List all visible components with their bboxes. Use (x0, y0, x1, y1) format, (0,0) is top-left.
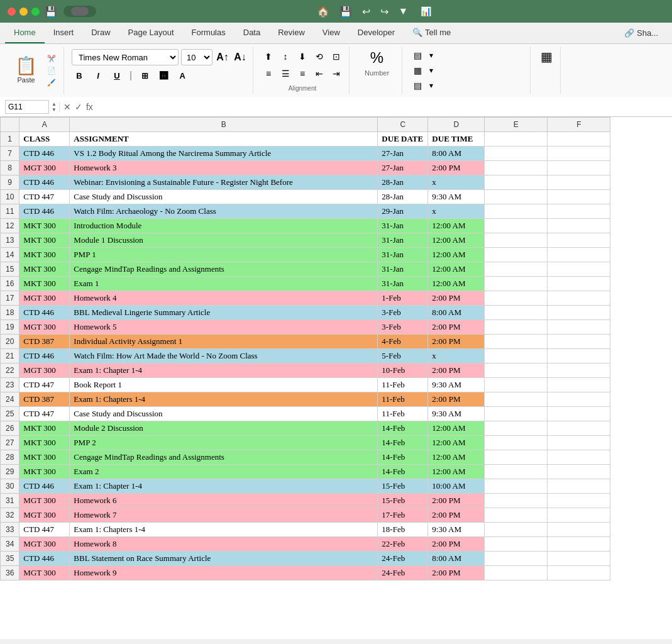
row-header[interactable]: 24 (1, 392, 19, 407)
cell-f[interactable] (548, 349, 610, 364)
cell-e[interactable] (485, 161, 548, 175)
format-painter-button[interactable]: 🖌️ (45, 77, 58, 88)
cell-f[interactable] (548, 364, 610, 378)
cell-due-time[interactable]: 9:30 AM (428, 407, 485, 421)
tab-view[interactable]: View (314, 23, 349, 43)
cell-assignment[interactable]: Homework 8 (70, 537, 378, 552)
bold-button[interactable]: B (72, 68, 87, 83)
cell-f[interactable] (548, 465, 610, 479)
row-header[interactable]: 8 (1, 161, 19, 175)
align-center-button[interactable]: ☰ (278, 66, 293, 81)
cell-due-time[interactable]: 12:00 AM (428, 248, 485, 262)
cell-e[interactable] (485, 219, 548, 233)
cell-assignment[interactable]: Exam 1 (70, 277, 378, 291)
tab-home[interactable]: Home (5, 23, 45, 43)
cell-class[interactable]: MKT 300 (19, 277, 70, 291)
cell-assignment[interactable]: Homework 7 (70, 508, 378, 523)
cell-assignment[interactable]: BBL Medieval Lingerie Summary Article (70, 306, 378, 320)
cell-class[interactable]: MKT 300 (19, 450, 70, 465)
cell-assignment[interactable]: Introduction Module (70, 219, 378, 233)
row-header[interactable]: 18 (1, 306, 19, 320)
cell-assignment[interactable]: Exam 1: Chapters 1-4 (70, 523, 378, 537)
cell-due-time[interactable]: 2:00 PM (428, 494, 485, 508)
cell-assignment[interactable]: Case Study and Discussion (70, 190, 378, 204)
cell-due-date[interactable]: 14-Feb (378, 421, 428, 436)
cell-due-time[interactable]: x (428, 349, 485, 364)
cell-class[interactable]: CTD 446 (19, 175, 70, 190)
redo-icon[interactable]: ↪ (380, 6, 388, 18)
cell-due-time[interactable]: 2:00 PM (428, 566, 485, 580)
cell-assignment[interactable]: PMP 2 (70, 436, 378, 450)
col-header-f[interactable]: F (548, 118, 610, 132)
autosave-badge[interactable] (63, 6, 96, 17)
cell-e[interactable] (485, 537, 548, 552)
cell-due-time[interactable]: 9:30 AM (428, 190, 485, 204)
cell-due-time[interactable]: 12:00 AM (428, 450, 485, 465)
cell-due-date[interactable]: 22-Feb (378, 537, 428, 552)
cell-due-date[interactable]: 29-Jan (378, 204, 428, 219)
cell-e[interactable] (485, 450, 548, 465)
cell-f[interactable] (548, 421, 610, 436)
cell-e[interactable] (485, 552, 548, 566)
cell-class[interactable]: CTD 447 (19, 523, 70, 537)
cell-styles-button[interactable]: ▤ ▾ (410, 79, 525, 92)
font-color-button[interactable]: A (175, 68, 190, 83)
tab-page-layout[interactable]: Page Layout (119, 23, 183, 43)
decrease-font-size-button[interactable]: A↓ (233, 50, 248, 65)
cell-e[interactable] (485, 190, 548, 204)
cell-class[interactable]: MKT 300 (19, 233, 70, 248)
cell-due-date[interactable]: 18-Feb (378, 523, 428, 537)
cell-due-time[interactable]: 9:30 AM (428, 378, 485, 392)
cell-due-date[interactable]: 15-Feb (378, 494, 428, 508)
cell-due-time[interactable]: 2:00 PM (428, 537, 485, 552)
cell-assignment[interactable]: Homework 3 (70, 161, 378, 175)
font-size-select[interactable]: 10 (181, 49, 212, 65)
cell-assignment[interactable]: Watch Film: How Art Made the World - No … (70, 349, 378, 364)
cell-e[interactable] (485, 436, 548, 450)
cell-due-time[interactable]: 2:00 PM (428, 320, 485, 335)
cell-class[interactable]: MGT 300 (19, 508, 70, 523)
increase-font-size-button[interactable]: A↑ (215, 50, 230, 65)
row-header[interactable]: 29 (1, 465, 19, 479)
row-header[interactable]: 20 (1, 335, 19, 349)
cell-assignment[interactable]: Module 1 Discussion (70, 233, 378, 248)
cell-due-time[interactable]: 10:00 AM (428, 479, 485, 494)
align-right-button[interactable]: ≡ (295, 66, 310, 81)
cell-due-date[interactable]: 11-Feb (378, 392, 428, 407)
cell-due-time[interactable]: 12:00 AM (428, 465, 485, 479)
cell-due-time[interactable]: 2:00 PM (428, 335, 485, 349)
cell-due-time[interactable]: 12:00 AM (428, 219, 485, 233)
cell-due-time[interactable]: 8:00 AM (428, 147, 485, 161)
minimize-button[interactable] (19, 8, 28, 16)
cell-due-time[interactable]: 12:00 AM (428, 277, 485, 291)
cell-assignment[interactable]: Exam 1: Chapter 1-4 (70, 364, 378, 378)
row-header[interactable]: 13 (1, 233, 19, 248)
cell-class[interactable]: CTD 446 (19, 204, 70, 219)
cell-class[interactable]: MGT 300 (19, 161, 70, 175)
cell-f[interactable] (548, 175, 610, 190)
format-as-table-button[interactable]: ▦ ▾ (410, 64, 525, 77)
cell-assignment[interactable]: Homework 5 (70, 320, 378, 335)
cell-e[interactable] (485, 335, 548, 349)
cell-e[interactable] (485, 392, 548, 407)
cell-class[interactable]: CLASS (19, 132, 70, 147)
cell-class[interactable]: MKT 300 (19, 248, 70, 262)
cell-assignment[interactable]: Case Study and Discussion (70, 407, 378, 421)
cell-due-date[interactable]: 27-Jan (378, 147, 428, 161)
cell-due-time[interactable]: x (428, 175, 485, 190)
cell-f[interactable] (548, 132, 610, 147)
row-header[interactable]: 25 (1, 407, 19, 421)
row-header[interactable]: 34 (1, 537, 19, 552)
wrap-text-button[interactable]: ⟲ (312, 49, 327, 64)
cell-assignment[interactable]: Webinar: Envisioning a Sustainable Futur… (70, 175, 378, 190)
cell-e[interactable] (485, 407, 548, 421)
cell-due-date[interactable]: 31-Jan (378, 233, 428, 248)
tab-tell-me[interactable]: 🔍 Tell me (404, 23, 460, 43)
cell-e[interactable] (485, 132, 548, 147)
cell-assignment[interactable]: Cengage MindTap Readings and Assignments (70, 262, 378, 277)
cell-e[interactable] (485, 364, 548, 378)
cell-due-date[interactable]: 28-Jan (378, 190, 428, 204)
conditional-formatting-button[interactable]: ▤ ▾ (410, 49, 525, 62)
cell-f[interactable] (548, 552, 610, 566)
cell-e[interactable] (485, 277, 548, 291)
